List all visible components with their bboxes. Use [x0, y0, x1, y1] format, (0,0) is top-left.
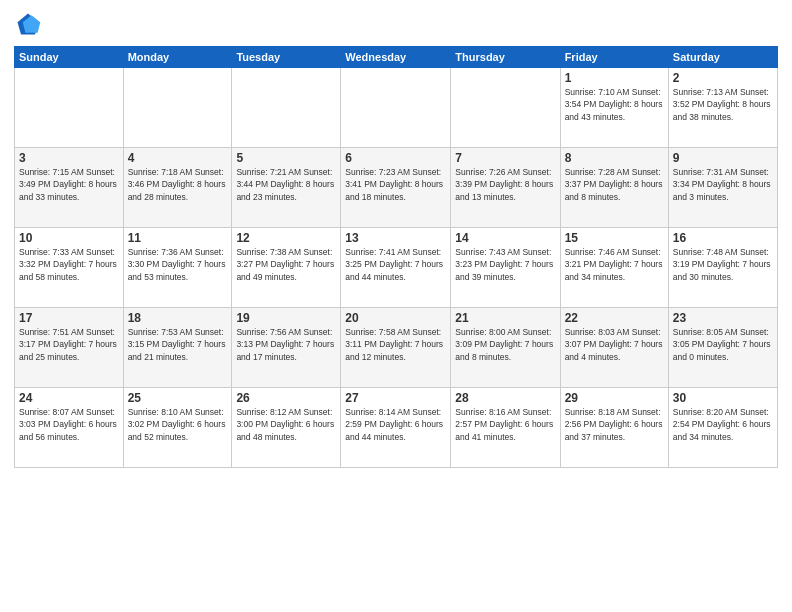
calendar-cell: 24Sunrise: 8:07 AM Sunset: 3:03 PM Dayli…	[15, 388, 124, 468]
calendar-col-sunday: Sunday	[15, 47, 124, 68]
calendar-cell: 8Sunrise: 7:28 AM Sunset: 3:37 PM Daylig…	[560, 148, 668, 228]
calendar-col-thursday: Thursday	[451, 47, 560, 68]
calendar-cell: 1Sunrise: 7:10 AM Sunset: 3:54 PM Daylig…	[560, 68, 668, 148]
calendar-cell: 22Sunrise: 8:03 AM Sunset: 3:07 PM Dayli…	[560, 308, 668, 388]
day-info: Sunrise: 8:18 AM Sunset: 2:56 PM Dayligh…	[565, 406, 664, 443]
day-number: 4	[128, 151, 228, 165]
calendar-week-row: 1Sunrise: 7:10 AM Sunset: 3:54 PM Daylig…	[15, 68, 778, 148]
calendar-cell: 12Sunrise: 7:38 AM Sunset: 3:27 PM Dayli…	[232, 228, 341, 308]
calendar-cell: 17Sunrise: 7:51 AM Sunset: 3:17 PM Dayli…	[15, 308, 124, 388]
calendar-cell: 28Sunrise: 8:16 AM Sunset: 2:57 PM Dayli…	[451, 388, 560, 468]
calendar-cell	[123, 68, 232, 148]
day-number: 12	[236, 231, 336, 245]
calendar-cell	[15, 68, 124, 148]
day-info: Sunrise: 8:20 AM Sunset: 2:54 PM Dayligh…	[673, 406, 773, 443]
day-number: 6	[345, 151, 446, 165]
calendar-week-row: 3Sunrise: 7:15 AM Sunset: 3:49 PM Daylig…	[15, 148, 778, 228]
day-info: Sunrise: 7:38 AM Sunset: 3:27 PM Dayligh…	[236, 246, 336, 283]
calendar-cell: 16Sunrise: 7:48 AM Sunset: 3:19 PM Dayli…	[668, 228, 777, 308]
calendar-col-saturday: Saturday	[668, 47, 777, 68]
calendar-cell	[451, 68, 560, 148]
day-info: Sunrise: 8:00 AM Sunset: 3:09 PM Dayligh…	[455, 326, 555, 363]
day-info: Sunrise: 7:58 AM Sunset: 3:11 PM Dayligh…	[345, 326, 446, 363]
day-number: 16	[673, 231, 773, 245]
day-number: 14	[455, 231, 555, 245]
logo-icon	[14, 10, 42, 38]
day-info: Sunrise: 7:13 AM Sunset: 3:52 PM Dayligh…	[673, 86, 773, 123]
day-number: 9	[673, 151, 773, 165]
day-info: Sunrise: 7:23 AM Sunset: 3:41 PM Dayligh…	[345, 166, 446, 203]
calendar-cell: 9Sunrise: 7:31 AM Sunset: 3:34 PM Daylig…	[668, 148, 777, 228]
calendar-cell: 29Sunrise: 8:18 AM Sunset: 2:56 PM Dayli…	[560, 388, 668, 468]
day-number: 28	[455, 391, 555, 405]
day-info: Sunrise: 8:12 AM Sunset: 3:00 PM Dayligh…	[236, 406, 336, 443]
calendar-cell: 4Sunrise: 7:18 AM Sunset: 3:46 PM Daylig…	[123, 148, 232, 228]
day-number: 19	[236, 311, 336, 325]
day-number: 1	[565, 71, 664, 85]
day-info: Sunrise: 8:16 AM Sunset: 2:57 PM Dayligh…	[455, 406, 555, 443]
day-info: Sunrise: 7:46 AM Sunset: 3:21 PM Dayligh…	[565, 246, 664, 283]
day-info: Sunrise: 8:07 AM Sunset: 3:03 PM Dayligh…	[19, 406, 119, 443]
day-number: 18	[128, 311, 228, 325]
calendar-cell: 10Sunrise: 7:33 AM Sunset: 3:32 PM Dayli…	[15, 228, 124, 308]
day-info: Sunrise: 8:10 AM Sunset: 3:02 PM Dayligh…	[128, 406, 228, 443]
logo	[14, 10, 46, 38]
day-number: 17	[19, 311, 119, 325]
calendar-cell: 6Sunrise: 7:23 AM Sunset: 3:41 PM Daylig…	[341, 148, 451, 228]
calendar-col-friday: Friday	[560, 47, 668, 68]
calendar-cell: 11Sunrise: 7:36 AM Sunset: 3:30 PM Dayli…	[123, 228, 232, 308]
day-number: 30	[673, 391, 773, 405]
day-info: Sunrise: 7:41 AM Sunset: 3:25 PM Dayligh…	[345, 246, 446, 283]
calendar-col-tuesday: Tuesday	[232, 47, 341, 68]
day-info: Sunrise: 8:05 AM Sunset: 3:05 PM Dayligh…	[673, 326, 773, 363]
calendar-week-row: 10Sunrise: 7:33 AM Sunset: 3:32 PM Dayli…	[15, 228, 778, 308]
day-number: 11	[128, 231, 228, 245]
day-number: 8	[565, 151, 664, 165]
day-info: Sunrise: 7:51 AM Sunset: 3:17 PM Dayligh…	[19, 326, 119, 363]
day-info: Sunrise: 7:53 AM Sunset: 3:15 PM Dayligh…	[128, 326, 228, 363]
calendar-cell: 26Sunrise: 8:12 AM Sunset: 3:00 PM Dayli…	[232, 388, 341, 468]
calendar-cell: 27Sunrise: 8:14 AM Sunset: 2:59 PM Dayli…	[341, 388, 451, 468]
calendar-week-row: 24Sunrise: 8:07 AM Sunset: 3:03 PM Dayli…	[15, 388, 778, 468]
day-number: 23	[673, 311, 773, 325]
day-info: Sunrise: 7:10 AM Sunset: 3:54 PM Dayligh…	[565, 86, 664, 123]
day-number: 7	[455, 151, 555, 165]
day-info: Sunrise: 7:36 AM Sunset: 3:30 PM Dayligh…	[128, 246, 228, 283]
day-info: Sunrise: 7:21 AM Sunset: 3:44 PM Dayligh…	[236, 166, 336, 203]
day-number: 27	[345, 391, 446, 405]
calendar-cell: 25Sunrise: 8:10 AM Sunset: 3:02 PM Dayli…	[123, 388, 232, 468]
day-info: Sunrise: 8:03 AM Sunset: 3:07 PM Dayligh…	[565, 326, 664, 363]
day-info: Sunrise: 7:28 AM Sunset: 3:37 PM Dayligh…	[565, 166, 664, 203]
calendar-cell: 13Sunrise: 7:41 AM Sunset: 3:25 PM Dayli…	[341, 228, 451, 308]
day-info: Sunrise: 7:31 AM Sunset: 3:34 PM Dayligh…	[673, 166, 773, 203]
day-number: 26	[236, 391, 336, 405]
calendar-week-row: 17Sunrise: 7:51 AM Sunset: 3:17 PM Dayli…	[15, 308, 778, 388]
day-number: 24	[19, 391, 119, 405]
calendar-header-row: SundayMondayTuesdayWednesdayThursdayFrid…	[15, 47, 778, 68]
calendar-cell: 3Sunrise: 7:15 AM Sunset: 3:49 PM Daylig…	[15, 148, 124, 228]
calendar-cell: 15Sunrise: 7:46 AM Sunset: 3:21 PM Dayli…	[560, 228, 668, 308]
day-info: Sunrise: 7:56 AM Sunset: 3:13 PM Dayligh…	[236, 326, 336, 363]
page: SundayMondayTuesdayWednesdayThursdayFrid…	[0, 0, 792, 612]
calendar-col-wednesday: Wednesday	[341, 47, 451, 68]
day-number: 29	[565, 391, 664, 405]
day-info: Sunrise: 7:33 AM Sunset: 3:32 PM Dayligh…	[19, 246, 119, 283]
day-info: Sunrise: 8:14 AM Sunset: 2:59 PM Dayligh…	[345, 406, 446, 443]
calendar-cell	[232, 68, 341, 148]
calendar-cell: 30Sunrise: 8:20 AM Sunset: 2:54 PM Dayli…	[668, 388, 777, 468]
day-number: 2	[673, 71, 773, 85]
day-number: 25	[128, 391, 228, 405]
day-number: 10	[19, 231, 119, 245]
day-number: 5	[236, 151, 336, 165]
day-number: 22	[565, 311, 664, 325]
calendar-cell: 2Sunrise: 7:13 AM Sunset: 3:52 PM Daylig…	[668, 68, 777, 148]
day-info: Sunrise: 7:43 AM Sunset: 3:23 PM Dayligh…	[455, 246, 555, 283]
calendar-cell: 7Sunrise: 7:26 AM Sunset: 3:39 PM Daylig…	[451, 148, 560, 228]
day-number: 20	[345, 311, 446, 325]
calendar-cell	[341, 68, 451, 148]
calendar-cell: 21Sunrise: 8:00 AM Sunset: 3:09 PM Dayli…	[451, 308, 560, 388]
header	[14, 10, 778, 38]
day-info: Sunrise: 7:18 AM Sunset: 3:46 PM Dayligh…	[128, 166, 228, 203]
day-info: Sunrise: 7:26 AM Sunset: 3:39 PM Dayligh…	[455, 166, 555, 203]
calendar-cell: 20Sunrise: 7:58 AM Sunset: 3:11 PM Dayli…	[341, 308, 451, 388]
